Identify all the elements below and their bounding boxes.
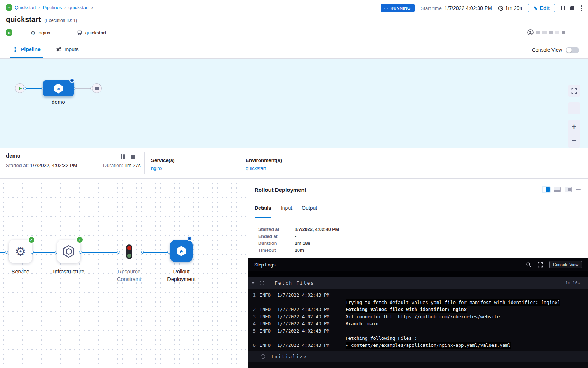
console-view-button[interactable]: Console View bbox=[549, 261, 582, 268]
service-tag[interactable]: ⚙ nginx bbox=[31, 30, 50, 35]
services-label: Service(s) bbox=[151, 158, 175, 163]
tab-input[interactable]: Input bbox=[281, 205, 292, 218]
log-line: Trying to fetch default values yaml file… bbox=[248, 299, 588, 306]
stage-running-spinner-icon bbox=[70, 79, 74, 82]
service-link[interactable]: nginx bbox=[151, 166, 175, 171]
breadcrumb-separator: › bbox=[39, 5, 40, 10]
breadcrumb-link-pipeline[interactable]: quickstart bbox=[68, 5, 89, 10]
stop-icon bbox=[95, 87, 99, 90]
layout-right-panel-button[interactable] bbox=[565, 187, 572, 192]
step-node-resource-constraint[interactable] bbox=[126, 244, 132, 259]
marquee-select-icon bbox=[572, 106, 577, 111]
stage-summary-bar: demo Started at: 1/7/2022, 4:02:32 PM Du… bbox=[0, 148, 588, 179]
field-label: Ended at bbox=[258, 234, 295, 239]
execution-graph-canvas[interactable]: ⚙ ✓ Service ✓ Infrastructure Resource Co… bbox=[0, 179, 248, 368]
breadcrumb: ∞ Quickstart › Pipelines › quickstart › bbox=[6, 4, 93, 11]
zoom-out-button[interactable]: − bbox=[572, 137, 577, 145]
running-dots-icon bbox=[384, 8, 388, 9]
pipeline-stage-canvas[interactable]: ∞ demo + − bbox=[0, 59, 588, 148]
view-tabbar: Pipeline Inputs Console View bbox=[0, 41, 588, 59]
redacted-text bbox=[555, 31, 559, 34]
stage-node-demo[interactable]: ∞ bbox=[43, 80, 74, 96]
field-label: Started at bbox=[258, 227, 295, 232]
section-name: Initialize bbox=[271, 354, 307, 359]
page-header: ∞ Quickstart › Pipelines › quickstart › … bbox=[0, 0, 588, 41]
duration-value: 1m 27s bbox=[125, 163, 141, 168]
canvas-zoom-controls: + − bbox=[568, 120, 580, 148]
log-line: Fetching following Files : bbox=[248, 335, 588, 342]
pipeline-end-node[interactable] bbox=[92, 83, 102, 93]
stage-summary-name: demo bbox=[6, 152, 20, 159]
step-node-service[interactable]: ⚙ bbox=[9, 240, 32, 263]
log-section-initialize[interactable]: Initialize bbox=[248, 351, 588, 362]
step-logs-title: Step Logs bbox=[254, 262, 276, 268]
clock-icon bbox=[498, 5, 504, 11]
log-line: 5INFO1/7/2022 4:02:43 PM bbox=[248, 327, 588, 335]
canvas-fullscreen-button[interactable] bbox=[568, 85, 580, 97]
success-check-icon: ✓ bbox=[29, 237, 34, 243]
stage-stop-button[interactable] bbox=[131, 155, 135, 159]
log-line: 1INFO1/7/2022 4:02:43 PM bbox=[248, 292, 588, 299]
step-label-resource-constraint: Resource Constraint bbox=[103, 268, 155, 283]
service-gear-icon: ⚙ bbox=[15, 245, 26, 258]
tab-details[interactable]: Details bbox=[255, 205, 271, 218]
started-at-value: 1/7/2022, 4:02:32 PM bbox=[30, 163, 77, 168]
log-link[interactable]: https://github.com/kubernetes/website bbox=[398, 313, 500, 320]
section-name: Fetch Files bbox=[275, 280, 314, 286]
step-detail-title: Rollout Deployment bbox=[255, 187, 306, 193]
tab-pipeline[interactable]: Pipeline bbox=[10, 41, 43, 58]
execution-workspace: ⚙ ✓ Service ✓ Infrastructure Resource Co… bbox=[0, 179, 588, 368]
edit-button[interactable]: ✎ Edit bbox=[528, 4, 555, 12]
redacted-text bbox=[542, 31, 547, 34]
status-badge: RUNNING bbox=[381, 4, 415, 12]
log-search-icon[interactable] bbox=[526, 262, 531, 268]
edge-start-to-stage bbox=[24, 88, 43, 89]
field-value: - bbox=[295, 234, 339, 239]
fullscreen-icon bbox=[571, 88, 577, 94]
tab-inputs[interactable]: Inputs bbox=[54, 41, 81, 58]
edge bbox=[143, 252, 170, 253]
zoom-in-button[interactable]: + bbox=[572, 123, 577, 131]
start-time-label: Start time bbox=[421, 5, 442, 11]
minimize-panel-button[interactable] bbox=[576, 189, 581, 190]
step-logs-console: Step Logs Console View Fetch Files 1m 16… bbox=[248, 258, 588, 368]
pipeline-icon bbox=[12, 47, 18, 52]
stage-pause-button[interactable] bbox=[121, 154, 125, 159]
success-check-icon: ✓ bbox=[77, 237, 83, 243]
divider bbox=[144, 152, 145, 174]
rollout-deployment-icon: e bbox=[176, 246, 186, 256]
step-label-rollout-deployment: Rollout Deployment bbox=[156, 268, 207, 283]
layout-split-vertical-button[interactable] bbox=[543, 187, 550, 192]
inputs-icon bbox=[56, 46, 62, 52]
console-gap bbox=[248, 271, 588, 277]
traffic-light-green-icon bbox=[127, 254, 131, 258]
environment-tag[interactable]: quickstart bbox=[77, 30, 106, 35]
step-node-rollout-deployment[interactable]: e bbox=[170, 240, 193, 262]
edge-stage-to-end bbox=[74, 88, 92, 89]
step-details-fields: Started at 1/7/2022, 4:02:40 PM Ended at… bbox=[258, 227, 339, 253]
edge-port bbox=[23, 87, 26, 90]
field-value: 10m bbox=[295, 248, 339, 253]
step-node-infrastructure[interactable] bbox=[57, 240, 80, 263]
layout-split-horizontal-button[interactable] bbox=[554, 187, 561, 192]
log-line: 6INFO1/7/2022 4:02:43 PM- content/en/exa… bbox=[248, 342, 588, 349]
page-title: quickstart bbox=[6, 15, 41, 24]
panel-layout-controls bbox=[543, 187, 581, 192]
breadcrumb-link-quickstart-project[interactable]: Quickstart bbox=[15, 5, 36, 10]
breadcrumb-link-pipelines[interactable]: Pipelines bbox=[43, 5, 62, 10]
canvas-marquee-select-button[interactable] bbox=[568, 102, 580, 114]
edge-port bbox=[117, 251, 120, 254]
console-view-label: Console View bbox=[532, 47, 562, 53]
cd-module-icon: ∞ bbox=[6, 4, 12, 11]
stop-execution-button[interactable] bbox=[570, 6, 574, 10]
pause-execution-button[interactable] bbox=[561, 6, 565, 10]
more-options-button[interactable] bbox=[580, 5, 583, 11]
pending-circle-icon bbox=[261, 354, 265, 359]
start-time-value: 1/7/2022 4:02:30 PM bbox=[445, 5, 492, 11]
console-view-toggle[interactable] bbox=[566, 47, 579, 53]
started-at-label: Started at: bbox=[6, 163, 29, 168]
log-section-fetch-files[interactable]: Fetch Files 1m 16s bbox=[248, 277, 588, 289]
tab-output[interactable]: Output bbox=[302, 205, 317, 218]
environment-link[interactable]: quickstart bbox=[246, 166, 282, 171]
log-fullscreen-icon[interactable] bbox=[538, 262, 543, 268]
